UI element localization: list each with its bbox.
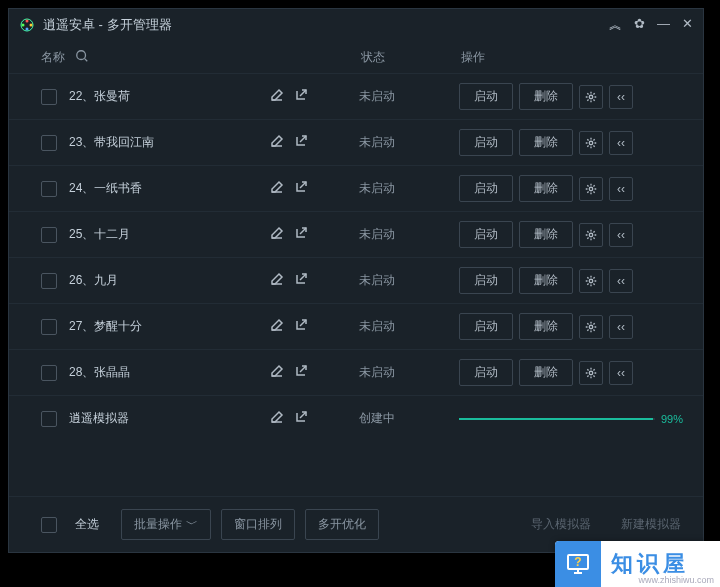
- multi-optimize-button[interactable]: 多开优化: [305, 509, 379, 540]
- start-button[interactable]: 启动: [459, 175, 513, 202]
- settings-button[interactable]: [579, 131, 603, 155]
- table-row: 28、张晶晶 未启动 启动 删除 ‹‹: [9, 349, 703, 395]
- row-name: 22、张曼荷: [69, 88, 269, 105]
- start-button[interactable]: 启动: [459, 313, 513, 340]
- launch-icon[interactable]: [293, 87, 309, 107]
- delete-button[interactable]: 删除: [519, 267, 573, 294]
- batch-label: 批量操作: [134, 516, 182, 533]
- watermark-badge: ? 知识屋 www.zhishiwu.com: [555, 541, 720, 587]
- launch-icon[interactable]: [293, 409, 309, 429]
- row-checkbox[interactable]: [41, 411, 57, 427]
- settings-gear-icon[interactable]: ✿: [634, 16, 645, 34]
- table-row: 25、十二月 未启动 启动 删除 ‹‹: [9, 211, 703, 257]
- new-instance-button[interactable]: 新建模拟器: [611, 510, 691, 539]
- instance-list: 22、张曼荷 未启动 启动 删除 ‹‹ 23、带我回江南 未启动 启动 删除 ‹…: [9, 73, 703, 441]
- svg-point-3: [26, 28, 29, 31]
- svg-point-1: [26, 20, 29, 23]
- svg-line-6: [85, 58, 88, 61]
- start-button[interactable]: 启动: [459, 83, 513, 110]
- row-status: 未启动: [359, 88, 459, 105]
- start-button[interactable]: 启动: [459, 221, 513, 248]
- row-checkbox[interactable]: [41, 135, 57, 151]
- settings-button[interactable]: [579, 269, 603, 293]
- row-status: 未启动: [359, 180, 459, 197]
- row-name: 25、十二月: [69, 226, 269, 243]
- more-button[interactable]: ‹‹: [609, 269, 633, 293]
- more-button[interactable]: ‹‹: [609, 315, 633, 339]
- collapse-up-icon[interactable]: ︽: [609, 16, 622, 34]
- row-checkbox[interactable]: [41, 89, 57, 105]
- delete-button[interactable]: 删除: [519, 129, 573, 156]
- table-row: 逍遥模拟器 创建中 99%: [9, 395, 703, 441]
- more-button[interactable]: ‹‹: [609, 223, 633, 247]
- row-checkbox[interactable]: [41, 365, 57, 381]
- launch-icon[interactable]: [293, 271, 309, 291]
- more-button[interactable]: ‹‹: [609, 177, 633, 201]
- svg-point-4: [22, 24, 25, 27]
- launch-icon[interactable]: [293, 363, 309, 383]
- edit-icon[interactable]: [269, 87, 285, 107]
- row-name: 28、张晶晶: [69, 364, 269, 381]
- row-status: 未启动: [359, 226, 459, 243]
- more-button[interactable]: ‹‹: [609, 85, 633, 109]
- launch-icon[interactable]: [293, 317, 309, 337]
- chevron-down-icon: ﹀: [186, 516, 198, 533]
- import-button[interactable]: 导入模拟器: [521, 510, 601, 539]
- search-icon[interactable]: [75, 49, 89, 66]
- delete-button[interactable]: 删除: [519, 83, 573, 110]
- svg-point-5: [77, 50, 86, 59]
- delete-button[interactable]: 删除: [519, 175, 573, 202]
- settings-button[interactable]: [579, 177, 603, 201]
- row-status: 未启动: [359, 318, 459, 335]
- row-checkbox[interactable]: [41, 227, 57, 243]
- close-icon[interactable]: ✕: [682, 16, 693, 34]
- launch-icon[interactable]: [293, 133, 309, 153]
- edit-icon[interactable]: [269, 225, 285, 245]
- batch-operation-button[interactable]: 批量操作 ﹀: [121, 509, 211, 540]
- select-all-checkbox[interactable]: [41, 517, 57, 533]
- start-button[interactable]: 启动: [459, 359, 513, 386]
- edit-icon[interactable]: [269, 317, 285, 337]
- window-arrange-button[interactable]: 窗口排列: [221, 509, 295, 540]
- more-button[interactable]: ‹‹: [609, 361, 633, 385]
- table-row: 26、九月 未启动 启动 删除 ‹‹: [9, 257, 703, 303]
- row-name: 逍遥模拟器: [69, 410, 269, 427]
- header-name-label: 名称: [41, 49, 65, 66]
- row-status: 未启动: [359, 272, 459, 289]
- launch-icon[interactable]: [293, 179, 309, 199]
- edit-icon[interactable]: [269, 133, 285, 153]
- settings-button[interactable]: [579, 85, 603, 109]
- edit-icon[interactable]: [269, 179, 285, 199]
- edit-icon[interactable]: [269, 363, 285, 383]
- row-status: 未启动: [359, 364, 459, 381]
- row-name: 26、九月: [69, 272, 269, 289]
- settings-button[interactable]: [579, 361, 603, 385]
- row-status: 未启动: [359, 134, 459, 151]
- table-row: 27、梦醒十分 未启动 启动 删除 ‹‹: [9, 303, 703, 349]
- svg-point-8: [589, 141, 593, 145]
- settings-button[interactable]: [579, 315, 603, 339]
- start-button[interactable]: 启动: [459, 129, 513, 156]
- table-row: 22、张曼荷 未启动 启动 删除 ‹‹: [9, 73, 703, 119]
- row-status: 创建中: [359, 410, 459, 427]
- edit-icon[interactable]: [269, 409, 285, 429]
- app-window: 逍遥安卓 - 多开管理器 ︽ ✿ — ✕ 名称 状态 操作 22、张曼荷 未启动…: [8, 8, 704, 553]
- settings-button[interactable]: [579, 223, 603, 247]
- select-all-label: 全选: [75, 516, 99, 533]
- row-checkbox[interactable]: [41, 181, 57, 197]
- row-name: 23、带我回江南: [69, 134, 269, 151]
- delete-button[interactable]: 删除: [519, 313, 573, 340]
- progress-text: 99%: [661, 413, 683, 425]
- row-name: 24、一纸书香: [69, 180, 269, 197]
- start-button[interactable]: 启动: [459, 267, 513, 294]
- row-checkbox[interactable]: [41, 273, 57, 289]
- edit-icon[interactable]: [269, 271, 285, 291]
- watermark-url: www.zhishiwu.com: [638, 575, 714, 585]
- row-checkbox[interactable]: [41, 319, 57, 335]
- more-button[interactable]: ‹‹: [609, 131, 633, 155]
- launch-icon[interactable]: [293, 225, 309, 245]
- minimize-icon[interactable]: —: [657, 16, 670, 34]
- delete-button[interactable]: 删除: [519, 359, 573, 386]
- delete-button[interactable]: 删除: [519, 221, 573, 248]
- svg-point-9: [589, 187, 593, 191]
